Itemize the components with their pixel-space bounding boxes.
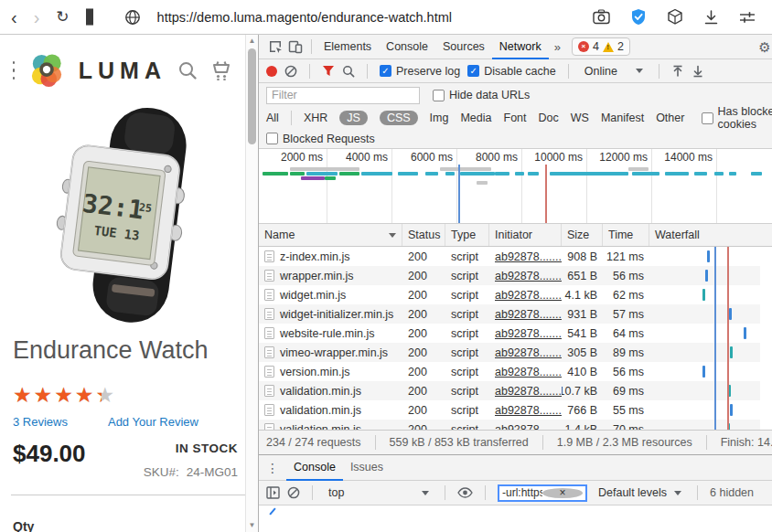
scroll-down-icon[interactable]: ▼ [249,519,256,532]
product-image[interactable]: 32:1 25 TUE 13 [0,97,258,324]
initiator-link[interactable]: ab92878....... [495,289,562,302]
request-name-text: vimeo-wrapper.min.js [280,346,388,359]
type-filter-ws[interactable]: WS [571,112,589,124]
blocked-requests-checkbox[interactable]: Blocked Requests [266,133,375,145]
drawer-tab-console[interactable]: Console [286,455,343,481]
record-icon[interactable] [266,66,277,77]
menu-sliders-icon[interactable] [739,10,756,25]
request-row[interactable]: validation.min.js200scriptab92878.......… [259,381,760,400]
rating-stars[interactable]: ★★★★★ ★★★★★ [0,365,258,410]
initiator-link[interactable]: ab92878....... [495,366,562,378]
type-filter-manifest[interactable]: Manifest [601,112,644,124]
import-har-icon[interactable] [671,65,684,78]
console-messages-area[interactable]: ▲ ▼ [259,505,772,532]
scroll-up-icon[interactable]: ▲ [249,35,256,48]
overview-activity-bar [515,172,524,176]
initiator-link[interactable]: ab92878....... [495,346,562,359]
network-search-icon[interactable] [342,65,355,78]
device-toolbar-icon[interactable] [288,39,303,54]
tab-network[interactable]: Network [492,35,549,59]
search-icon[interactable] [177,60,198,80]
drawer-tab-issues[interactable]: Issues [343,455,391,481]
log-levels-dropdown[interactable]: Default levels [595,486,685,499]
reload-icon[interactable]: ↻ [56,9,69,25]
request-row[interactable]: widget.min.js200scriptab92878.......4.1 … [259,285,760,304]
request-row[interactable]: widget-initializer.min.js200scriptab9287… [259,304,760,324]
initiator-link[interactable]: ab92878....... [495,385,562,398]
initiator-link[interactable]: ab92878....... [495,270,562,282]
request-row[interactable]: z-index.min.js200scriptab92878.......908… [259,247,760,266]
extensions-cube-icon[interactable] [667,8,683,26]
disable-cache-checkbox[interactable]: ✓ Disable cache [467,65,556,78]
network-filter-input[interactable] [266,87,420,104]
context-dropdown[interactable]: top [325,486,433,499]
initiator-link[interactable]: ab92878....... [495,308,562,321]
type-filter-js[interactable]: JS [339,111,368,125]
forward-icon[interactable]: › [34,8,40,27]
filter-funnel-icon[interactable] [322,65,335,77]
page-scrollbar[interactable]: ▲ ▼ [245,35,258,532]
tab-elements[interactable]: Elements [316,35,379,59]
request-row[interactable]: website-rule.min.js200scriptab92878.....… [259,324,760,343]
type-filter-other[interactable]: Other [656,112,684,124]
settings-gear-icon[interactable]: ⚙ [758,40,770,54]
column-size[interactable]: Size [562,224,603,246]
type-filter-all[interactable]: All [266,112,279,124]
export-har-icon[interactable] [692,65,704,78]
scrollbar-thumb[interactable] [248,48,256,144]
downloads-icon[interactable] [703,9,719,26]
request-row[interactable]: validation.min.js200scriptab92878.......… [259,420,760,430]
column-type[interactable]: Type [445,224,489,246]
cart-icon[interactable] [210,60,232,80]
type-filter-doc[interactable]: Doc [539,112,559,124]
type-filter-media[interactable]: Media [460,112,491,124]
throttling-dropdown[interactable]: Online [581,65,647,78]
pages-grid-icon[interactable] [86,9,93,26]
type-filter-xhr[interactable]: XHR [304,112,327,124]
tab-sources[interactable]: Sources [435,35,492,59]
type-filter-img[interactable]: Img [430,112,449,124]
add-review-link[interactable]: Add Your Review [108,415,198,429]
luma-wordmark[interactable]: LUMA [79,58,166,84]
column-name[interactable]: Name [259,224,402,246]
column-waterfall[interactable]: Waterfall [649,224,772,246]
request-row[interactable]: validation.min.js200scriptab92878.......… [259,400,760,420]
luma-logo-icon[interactable] [26,49,68,91]
initiator-link[interactable]: ab92878....... [495,250,562,263]
request-initiator: ab92878....... [489,400,562,420]
menu-hamburger-icon[interactable] [13,61,15,80]
clear-icon[interactable] [284,65,297,78]
back-icon[interactable]: ‹ [11,8,17,27]
type-filter-font[interactable]: Font [504,112,527,124]
initiator-link[interactable]: ab92878....... [495,423,562,431]
issues-badge[interactable]: × 4 ! 2 [572,37,630,56]
request-row[interactable]: version.min.js200scriptab92878.......410… [259,362,760,381]
clear-filter-icon[interactable]: × [542,488,583,498]
column-status[interactable]: Status [402,224,445,246]
clear-console-icon[interactable] [287,486,300,499]
security-shield-icon[interactable] [630,8,647,26]
column-initiator[interactable]: Initiator [489,224,562,246]
more-tabs-icon[interactable]: » [549,40,566,54]
preserve-log-checkbox[interactable]: ✓ Preserve log [380,65,460,78]
drawer-kebab-icon[interactable]: ⋮ [266,461,279,475]
has-blocked-cookies-checkbox[interactable]: Has blocked cookies [702,105,772,131]
column-time[interactable]: Time [603,224,649,246]
initiator-link[interactable]: ab92878....... [495,327,562,340]
hide-data-urls-checkbox[interactable]: Hide data URLs [433,89,530,101]
network-overview-timeline[interactable]: 2000 ms4000 ms6000 ms8000 ms10000 ms1200… [259,148,772,224]
overview-activity-bar [477,181,488,185]
reviews-link[interactable]: 3 Reviews [13,415,68,429]
console-filter-input[interactable]: -url:https://mir. × [498,484,587,502]
live-expression-eye-icon[interactable] [457,487,473,498]
console-sidebar-icon[interactable] [266,486,280,499]
overview-activity-bar [290,172,305,176]
initiator-link[interactable]: ab92878....... [495,404,562,417]
screenshot-icon[interactable] [593,9,610,25]
address-bar[interactable]: https://demo.luma.magento/endurance-watc… [157,10,576,25]
inspect-element-icon[interactable] [268,39,283,54]
tab-console[interactable]: Console [379,35,435,59]
request-row[interactable]: vimeo-wrapper.min.js200scriptab92878....… [259,343,760,362]
type-filter-css[interactable]: CSS [380,111,418,125]
request-row[interactable]: wrapper.min.js200scriptab92878.......651… [259,266,760,285]
